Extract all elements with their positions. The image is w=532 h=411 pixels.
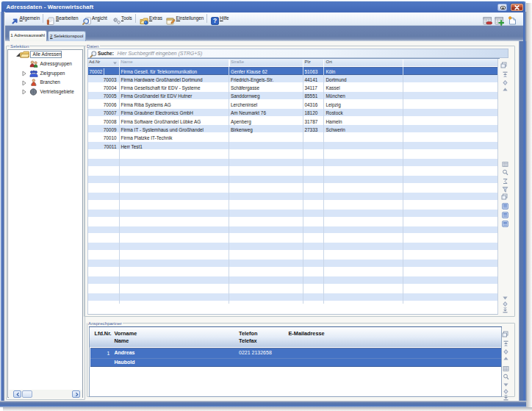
svg-text:?: ?	[212, 17, 216, 24]
